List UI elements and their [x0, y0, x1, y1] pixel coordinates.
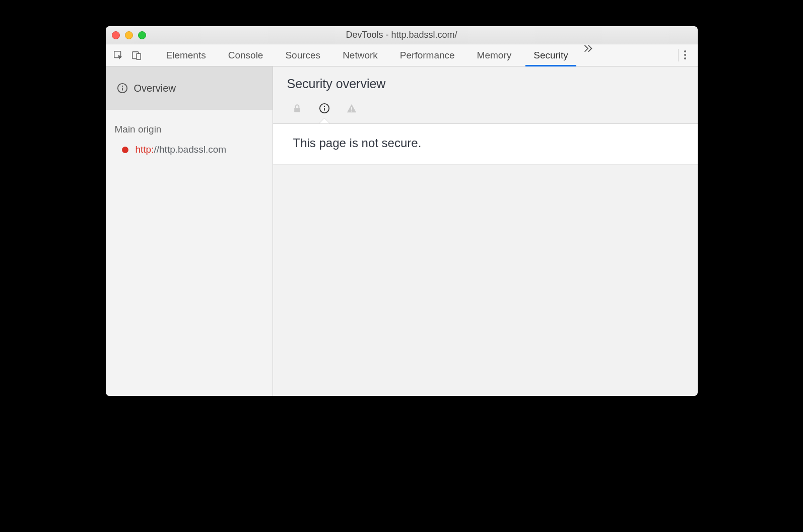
warning-icon[interactable]: [346, 102, 358, 114]
svg-rect-9: [294, 108, 300, 112]
security-status-icons: [287, 91, 684, 123]
window-title: DevTools - http.badssl.com/: [106, 30, 698, 40]
svg-point-5: [684, 57, 686, 59]
settings-menu-icon[interactable]: [678, 49, 692, 62]
origin-rest: //http.badssl.com: [154, 144, 226, 155]
main-header: Security overview: [273, 66, 698, 123]
panel-body: Overview Main origin http://http.badssl.…: [106, 66, 698, 396]
tab-console[interactable]: Console: [217, 44, 275, 66]
panel-tabs: Elements Console Sources Network Perform…: [155, 44, 593, 66]
tab-sources[interactable]: Sources: [274, 44, 331, 66]
security-overview-title: Security overview: [287, 77, 684, 91]
main-origin-header: Main origin: [106, 110, 273, 142]
titlebar[interactable]: DevTools - http.badssl.com/: [106, 26, 698, 44]
info-status-icon[interactable]: [318, 102, 330, 114]
svg-rect-14: [351, 111, 352, 112]
tab-network[interactable]: Network: [331, 44, 389, 66]
origin-url: http://http.badssl.com: [136, 144, 227, 155]
origin-row[interactable]: http://http.badssl.com: [106, 142, 273, 157]
overview-label: Overview: [134, 83, 176, 94]
tab-performance[interactable]: Performance: [389, 44, 466, 66]
devtools-toolbar: Elements Console Sources Network Perform…: [106, 44, 698, 66]
security-sidebar: Overview Main origin http://http.badssl.…: [106, 66, 273, 396]
status-dot-insecure-icon: [122, 147, 128, 153]
security-message: This page is not secure.: [273, 123, 698, 165]
close-button[interactable]: [112, 31, 120, 39]
traffic-lights: [112, 31, 146, 39]
security-main: Security overview: [273, 66, 698, 396]
tab-elements[interactable]: Elements: [155, 44, 217, 66]
info-icon: [117, 83, 128, 94]
svg-point-7: [121, 86, 122, 87]
zoom-button[interactable]: [138, 31, 146, 39]
sidebar-overview[interactable]: Overview: [106, 66, 273, 110]
svg-point-4: [684, 54, 686, 56]
minimize-button[interactable]: [125, 31, 133, 39]
devtools-window: DevTools - http.badssl.com/ Elements Con…: [106, 26, 698, 396]
origin-scheme: http:: [136, 144, 154, 155]
toolbar-icon-group: [113, 50, 142, 61]
device-toolbar-icon[interactable]: [131, 50, 142, 61]
svg-rect-2: [137, 53, 141, 59]
overflow-tabs-icon[interactable]: [582, 44, 593, 66]
svg-point-3: [684, 50, 686, 52]
lock-icon[interactable]: [291, 102, 303, 114]
svg-point-11: [323, 106, 324, 107]
tab-security[interactable]: Security: [522, 44, 579, 66]
inspect-element-icon[interactable]: [113, 50, 124, 61]
tab-memory[interactable]: Memory: [466, 44, 523, 66]
svg-rect-13: [351, 107, 352, 110]
